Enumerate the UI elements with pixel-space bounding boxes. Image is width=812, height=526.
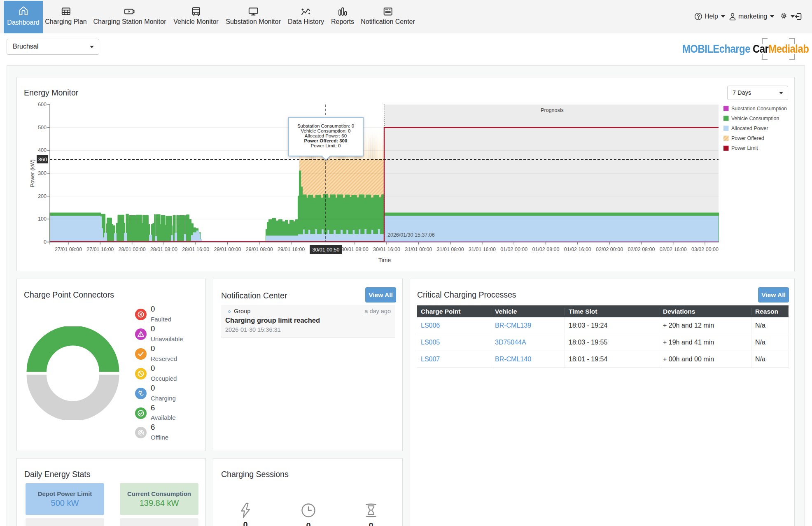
svg-text:0: 0 — [44, 239, 47, 245]
svg-text:Power Limit: Power Limit — [731, 145, 758, 151]
svg-text:02/02 16:00: 02/02 16:00 — [660, 247, 687, 252]
svg-text:27/01 16:00: 27/01 16:00 — [86, 247, 114, 252]
svg-text:31/01 00:00: 31/01 00:00 — [405, 247, 432, 252]
svg-text:Power Limit: 0: Power Limit: 0 — [311, 143, 341, 148]
svg-text:01/02 08:00: 01/02 08:00 — [532, 247, 559, 252]
svg-text:31/01 16:00: 31/01 16:00 — [469, 247, 496, 252]
svg-text:29/01 16:00: 29/01 16:00 — [278, 247, 305, 252]
svg-text:29/01 08:00: 29/01 08:00 — [246, 247, 273, 252]
svg-text:Substation Consumption: Substation Consumption — [731, 106, 787, 112]
svg-text:30/01 00:50: 30/01 00:50 — [312, 247, 339, 253]
svg-text:Power Offered: 300: Power Offered: 300 — [304, 138, 348, 143]
svg-text:30/01 16:00: 30/01 16:00 — [373, 247, 400, 252]
svg-text:27/01 08:00: 27/01 08:00 — [55, 247, 82, 252]
svg-text:01/02 16:00: 01/02 16:00 — [564, 247, 591, 252]
svg-text:Power (kW): Power (kW) — [29, 159, 35, 187]
svg-text:Vehicle Consumption: 0: Vehicle Consumption: 0 — [301, 128, 351, 133]
svg-text:Substation Consumption: 0: Substation Consumption: 0 — [297, 123, 354, 128]
svg-text:Vehicle Consumption: Vehicle Consumption — [731, 116, 779, 121]
svg-text:29/01 00:00: 29/01 00:00 — [214, 247, 241, 252]
svg-text:Allocated Power: 60: Allocated Power: 60 — [305, 133, 347, 138]
svg-text:28/01 00:00: 28/01 00:00 — [119, 247, 146, 252]
svg-text:300: 300 — [38, 170, 47, 176]
svg-text:400: 400 — [38, 147, 47, 153]
svg-text:28/01 16:00: 28/01 16:00 — [182, 247, 209, 252]
svg-text:100: 100 — [38, 216, 47, 222]
svg-text:02/02 08:00: 02/02 08:00 — [628, 247, 655, 252]
svg-text:28/01 08:00: 28/01 08:00 — [150, 247, 177, 252]
svg-text:2026/01/30 15:37:06: 2026/01/30 15:37:06 — [387, 232, 435, 238]
svg-text:360: 360 — [38, 156, 47, 163]
svg-text:500: 500 — [38, 125, 47, 130]
svg-text:Time: Time — [378, 257, 391, 263]
svg-text:30/01 08:00: 30/01 08:00 — [341, 247, 369, 252]
svg-text:03/02 00:00: 03/02 00:00 — [691, 247, 719, 252]
svg-text:200: 200 — [38, 193, 47, 199]
svg-text:Prognosis: Prognosis — [541, 107, 564, 113]
svg-text:600: 600 — [38, 102, 47, 107]
svg-text:02/02 00:00: 02/02 00:00 — [596, 247, 623, 252]
svg-text:Power Offered: Power Offered — [731, 135, 764, 141]
svg-text:Allocated Power: Allocated Power — [731, 126, 768, 131]
svg-text:01/02 00:00: 01/02 00:00 — [500, 247, 527, 252]
svg-text:31/01 08:00: 31/01 08:00 — [437, 247, 464, 252]
